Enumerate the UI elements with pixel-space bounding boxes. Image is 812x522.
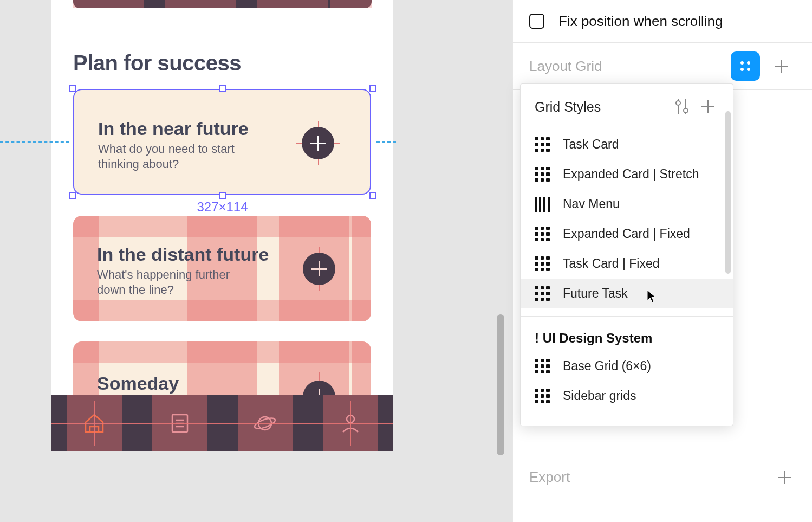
grid-overlay-row xyxy=(73,216,371,237)
style-settings-button[interactable] xyxy=(671,96,693,118)
nav-home[interactable] xyxy=(51,395,137,451)
grid-icon xyxy=(535,137,550,152)
grid-styles-button[interactable] xyxy=(731,51,760,81)
card-subtitle: What do you need to start thinking about… xyxy=(98,141,255,171)
page-title: Plan for success xyxy=(73,51,241,75)
selection-handle-ne[interactable] xyxy=(369,85,376,92)
plus-icon xyxy=(778,471,791,484)
grid-style-label: Nav Menu xyxy=(563,197,620,211)
grid-overlay-col xyxy=(73,0,144,8)
card-subtitle: What's happening further down the line? xyxy=(97,267,254,297)
selection-handle-nw[interactable] xyxy=(69,85,76,92)
grid-icon xyxy=(535,227,550,242)
columns-icon xyxy=(535,197,550,212)
fix-position-checkbox[interactable] xyxy=(529,14,544,29)
add-task-button[interactable] xyxy=(303,253,335,285)
canvas-scrollbar[interactable] xyxy=(497,314,504,455)
grid-style-item[interactable]: Future Task xyxy=(521,279,733,308)
popover-scrollbar[interactable] xyxy=(725,111,731,274)
grid-overlay-col xyxy=(257,0,328,8)
card-title: In the distant future xyxy=(97,244,269,265)
selection-handle-n[interactable] xyxy=(219,85,226,92)
grid-dots-icon xyxy=(739,60,751,72)
grid-style-item[interactable]: Task Card | Fixed xyxy=(521,249,733,279)
grid-style-group-title: ! UI Design System xyxy=(521,324,733,351)
grid-style-item[interactable]: Sidebar grids xyxy=(521,381,733,411)
popover-title: Grid Styles xyxy=(535,99,667,115)
fix-position-row[interactable]: Fix position when scrolling xyxy=(513,0,812,42)
add-task-button[interactable] xyxy=(302,127,334,159)
nav-list[interactable] xyxy=(137,395,223,451)
grid-icon xyxy=(535,359,550,374)
grid-icon xyxy=(535,286,550,301)
smart-guide xyxy=(376,141,396,143)
grid-style-label: Base Grid (6×6) xyxy=(563,359,651,373)
plus-icon xyxy=(701,100,714,113)
grid-style-item[interactable]: Expanded Card | Stretch xyxy=(521,159,733,189)
add-layout-grid-button[interactable] xyxy=(766,51,796,81)
layout-grid-label: Layout Grid xyxy=(529,58,724,75)
sliders-icon xyxy=(675,99,689,114)
fix-position-label: Fix position when scrolling xyxy=(558,13,723,30)
nav-explore[interactable] xyxy=(223,395,308,451)
grid-icon xyxy=(535,256,550,272)
grid-icon xyxy=(535,167,550,182)
bottom-nav xyxy=(51,395,393,451)
grid-style-item[interactable]: Expanded Card | Fixed xyxy=(521,219,733,249)
grid-overlay-row xyxy=(73,341,371,363)
grid-style-item[interactable]: Task Card xyxy=(521,130,733,159)
create-style-button[interactable] xyxy=(697,96,719,118)
separator xyxy=(521,316,733,317)
grid-style-label: Sidebar grids xyxy=(563,389,636,403)
smart-guide xyxy=(0,141,69,143)
grid-overlay-row xyxy=(73,300,371,321)
add-export-button[interactable] xyxy=(774,467,796,488)
nav-profile[interactable] xyxy=(308,395,393,451)
grid-overlay-col xyxy=(330,0,372,8)
grid-icon xyxy=(535,389,550,404)
selection-handle-s[interactable] xyxy=(219,192,226,199)
grid-overlay-col xyxy=(165,0,236,8)
grid-style-label: Task Card xyxy=(563,137,619,152)
grid-style-item[interactable]: Nav Menu xyxy=(521,189,733,219)
canvas-area[interactable]: Plan for success In the near future What… xyxy=(0,0,512,522)
artboard[interactable]: Plan for success In the near future What… xyxy=(51,0,393,451)
export-label: Export xyxy=(529,469,770,486)
grid-styles-popover: Grid Styles Task Card Expanded Card | St… xyxy=(520,83,733,426)
grid-style-item[interactable]: Base Grid (6×6) xyxy=(521,351,733,381)
card-title: In the near future xyxy=(98,118,249,139)
task-card-distant-future[interactable]: In the distant future What's happening f… xyxy=(73,216,371,321)
task-card-near-future[interactable]: In the near future What do you need to s… xyxy=(73,89,371,195)
grid-styles-list: Task Card Expanded Card | Stretch Nav Me… xyxy=(521,130,733,426)
card-title: Someday xyxy=(97,373,179,394)
grid-style-label: Expanded Card | Fixed xyxy=(563,227,690,241)
grid-style-label: Future Task xyxy=(563,286,628,301)
layout-grid-row: Layout Grid xyxy=(513,42,812,90)
grid-style-label: Task Card | Fixed xyxy=(563,256,660,271)
selection-handle-se[interactable] xyxy=(369,192,376,199)
properties-panel: Fix position when scrolling Layout Grid … xyxy=(512,0,812,522)
plus-icon xyxy=(775,60,788,73)
selection-dimensions: 327×114 xyxy=(51,199,393,215)
selection-handle-sw[interactable] xyxy=(69,192,76,199)
grid-style-label: Expanded Card | Stretch xyxy=(563,167,699,182)
export-row[interactable]: Export xyxy=(513,453,812,501)
